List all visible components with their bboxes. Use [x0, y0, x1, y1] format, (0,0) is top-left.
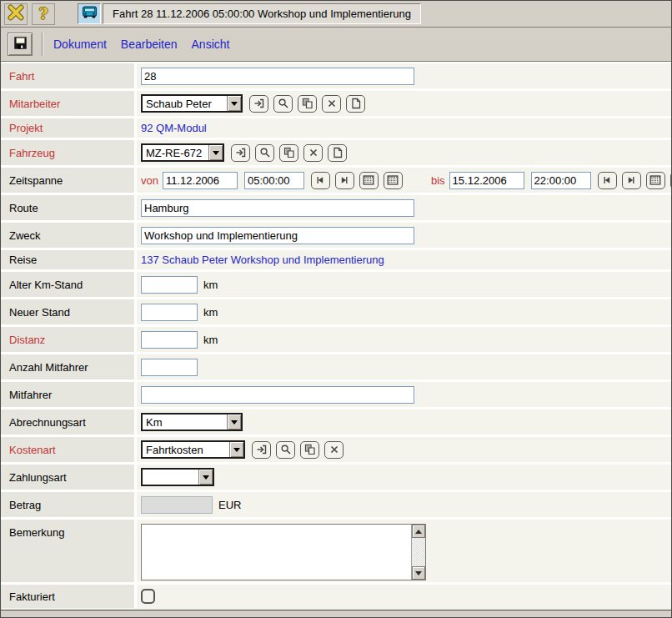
fahrzeug-goto-button[interactable] [231, 144, 250, 162]
mitarbeiter-search-button[interactable] [273, 95, 293, 113]
scroll-down-button[interactable] [412, 566, 425, 580]
kostenart-paste-button[interactable] [300, 441, 319, 459]
bemerkung-scrollbar[interactable] [411, 525, 425, 580]
reise-link[interactable]: 137 Schaub Peter Workshop und Implementi… [141, 254, 384, 266]
save-icon [13, 36, 28, 53]
prev-icon [601, 174, 613, 186]
alter-km-stand-unit: km [203, 279, 218, 291]
bis-next-day-button[interactable] [622, 172, 641, 189]
route-input[interactable] [141, 199, 414, 217]
paste-icon [304, 444, 316, 455]
menu-item-dokument[interactable]: Dokument [53, 38, 107, 51]
projekt-label: Projekt [1, 118, 137, 138]
row-anzahl-mitfahrer: Anzahl Mitfahrer [1, 354, 671, 382]
fahrt-input[interactable] [141, 68, 414, 85]
kostenart-goto-button[interactable] [252, 441, 271, 459]
von-time-input[interactable] [244, 172, 304, 189]
menu-item-ansicht[interactable]: Ansicht [192, 38, 230, 51]
scrollbar-track[interactable] [412, 538, 425, 566]
betrag-label: Betrag [1, 492, 137, 517]
bis-date-input[interactable] [449, 172, 524, 189]
dropdown-button[interactable] [227, 96, 241, 111]
zahlungsart-selected-value [143, 470, 198, 485]
application-window: ? Fahrt 28 11.12.2006 05:00:00 Workshop … [0, 0, 672, 618]
row-projekt: Projekt 92 QM-Modul [1, 118, 671, 140]
mitarbeiter-goto-button[interactable] [249, 95, 268, 113]
fakturiert-checkbox[interactable] [141, 589, 155, 604]
mitarbeiter-paste-button[interactable] [298, 95, 317, 113]
bis-prev-day-button[interactable] [598, 172, 617, 189]
row-abrechnungsart: Abrechnungsart Km [1, 409, 671, 437]
row-zweck: Zweck [1, 223, 671, 250]
projekt-link[interactable]: 92 QM-Modul [141, 122, 207, 134]
next-icon [625, 174, 637, 186]
row-bemerkung: Bemerkung [1, 520, 671, 585]
title-bar: ? Fahrt 28 11.12.2006 05:00:00 Workshop … [1, 1, 671, 28]
abrechnungsart-select[interactable]: Km [141, 413, 243, 431]
distanz-unit: km [203, 334, 218, 346]
alter-km-stand-input[interactable] [141, 276, 198, 294]
dropdown-button[interactable] [208, 145, 223, 160]
dropdown-button[interactable] [198, 470, 213, 485]
zahlungsart-select[interactable] [141, 468, 214, 486]
fahrzeug-clear-button[interactable] [303, 144, 323, 162]
bemerkung-textarea[interactable] [141, 524, 426, 580]
neuer-stand-input[interactable] [141, 304, 198, 321]
menu-item-bearbeiten[interactable]: Bearbeiten [121, 38, 178, 51]
von-calendar-button[interactable] [359, 172, 379, 189]
arrow-down-icon [415, 571, 422, 575]
distanz-label: Distanz [1, 327, 137, 352]
abrechnungsart-selected-value: Km [143, 415, 227, 430]
von-prev-day-button[interactable] [311, 172, 330, 189]
kostenart-select[interactable]: Fahrtkosten [141, 440, 245, 459]
fahrzeug-search-button[interactable] [255, 144, 274, 162]
fahrzeug-selected-value: MZ-RE-672 [143, 145, 208, 160]
arrow-up-icon [415, 530, 422, 534]
calendar-icon [387, 174, 399, 186]
fahrzeug-select[interactable]: MZ-RE-672 [141, 143, 224, 162]
window-title: Fahrt 28 11.12.2006 05:00:00 Workshop un… [103, 3, 421, 24]
calendar-icon [363, 174, 374, 186]
goto-icon [256, 444, 268, 455]
fahrzeug-paste-button[interactable] [279, 144, 298, 162]
scroll-up-button[interactable] [412, 525, 425, 538]
bis-calendar-button[interactable] [646, 172, 665, 189]
chevron-down-icon [231, 102, 238, 106]
bis-time-input[interactable] [531, 172, 591, 189]
mitarbeiter-select[interactable]: Schaub Peter [141, 94, 243, 113]
mitarbeiter-clear-button[interactable] [322, 95, 341, 113]
next-icon [339, 174, 350, 186]
neuer-stand-unit: km [203, 306, 218, 319]
close-button[interactable] [4, 3, 28, 25]
row-distanz: Distanz km [1, 327, 671, 354]
chevron-down-icon [233, 448, 240, 452]
document-icon-button[interactable] [78, 3, 101, 24]
row-betrag: Betrag EUR [1, 492, 671, 520]
row-route: Route [1, 195, 671, 223]
distanz-input[interactable] [141, 331, 198, 349]
trip-form: Fahrt Mitarbeiter Schaub Peter Proj [1, 62, 671, 610]
von-next-day-button[interactable] [335, 172, 354, 189]
menu-separator [42, 33, 43, 56]
zweck-input[interactable] [141, 227, 414, 244]
save-button[interactable] [8, 33, 33, 56]
zweck-label: Zweck [1, 223, 137, 248]
row-mitarbeiter: Mitarbeiter Schaub Peter [1, 91, 671, 118]
anzahl-mitfahrer-input[interactable] [141, 359, 198, 376]
von-calendar-button-2[interactable] [384, 172, 403, 189]
kostenart-search-button[interactable] [276, 441, 295, 459]
fahrzeug-new-document-button[interactable] [328, 144, 347, 162]
dropdown-button[interactable] [227, 415, 241, 430]
von-date-input[interactable] [163, 172, 238, 189]
row-fahrt: Fahrt [1, 63, 671, 91]
kostenart-clear-button[interactable] [324, 441, 344, 459]
help-button[interactable]: ? [32, 3, 55, 25]
mitfahrer-label: Mitfahrer [1, 382, 137, 407]
mitfahrer-input[interactable] [141, 386, 414, 404]
document-tab: Fahrt 28 11.12.2006 05:00:00 Workshop un… [78, 3, 421, 25]
mitarbeiter-new-document-button[interactable] [346, 95, 365, 113]
chevron-down-icon [203, 475, 209, 480]
bis-calendar-button-2[interactable] [670, 172, 671, 189]
dropdown-button[interactable] [229, 442, 243, 457]
bemerkung-text[interactable] [142, 525, 411, 580]
